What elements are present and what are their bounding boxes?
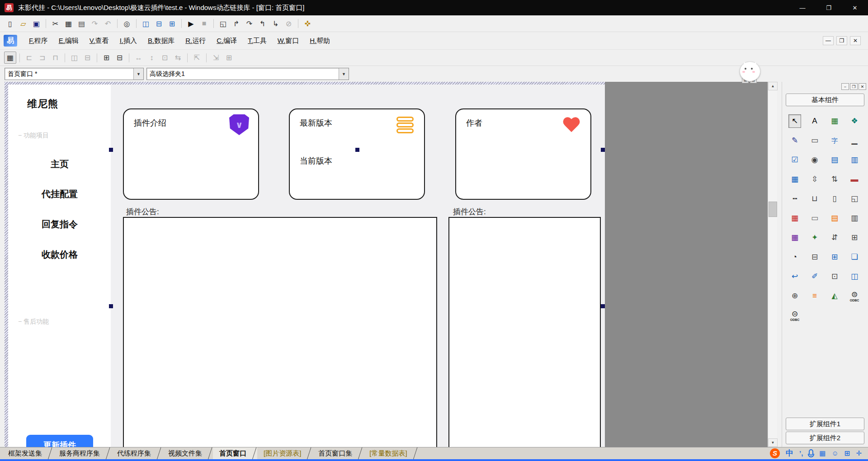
center-horizontal-button[interactable]: ◫ [68, 52, 80, 64]
db-stack-icon[interactable]: ≡ [808, 289, 821, 303]
palette-restore-button[interactable]: ❐ [850, 83, 858, 90]
resource-tab[interactable]: 框架发送集 [2, 447, 53, 459]
support-library-button[interactable]: ✜ [302, 18, 314, 30]
save-file-button[interactable]: ▣ [30, 18, 42, 30]
separator[interactable] [298, 19, 298, 28]
nav-item-price[interactable]: 收款价格 [25, 249, 94, 261]
align-left-button[interactable]: ⊏ [23, 52, 35, 64]
designed-form[interactable]: 插件介绍 ∨ 最新版本 当前版本 作者 插件公告: 插件公告: 维尼熊 [8, 85, 605, 447]
window-selector-combobox[interactable]: 首页窗口 * ▼ [5, 68, 144, 80]
mdi-restore-button[interactable]: ❐ [836, 36, 847, 45]
same-size-button[interactable]: ⊡ [159, 52, 171, 64]
menu-compile[interactable]: C.编译 [211, 34, 242, 48]
datagrid-icon[interactable]: ▦ [788, 173, 801, 186]
minimize-button[interactable]: — [789, 0, 816, 15]
separator[interactable] [181, 19, 182, 28]
sogou-logo-icon[interactable]: S [770, 448, 780, 458]
icon-group-icon[interactable]: ❖ [848, 114, 861, 128]
space-evenly-button[interactable]: ⇆ [172, 52, 184, 64]
add-component-button[interactable]: ⊞ [100, 52, 113, 64]
redo-button[interactable]: ↷ [89, 18, 101, 30]
menu-insert[interactable]: I.插入 [114, 34, 142, 48]
selection-handle[interactable] [601, 304, 605, 308]
cursor-icon[interactable]: ↖ [788, 114, 801, 128]
edit-line-icon[interactable]: ▁ [848, 134, 861, 147]
center-vertical-button[interactable]: ⊟ [81, 52, 94, 64]
font-icon[interactable]: 字 [828, 134, 841, 147]
menu-database[interactable]: B.数据库 [142, 34, 180, 48]
paste-button[interactable]: ▤ [75, 18, 88, 30]
selection-handle[interactable] [109, 148, 113, 152]
scroll-up-icon[interactable]: ▲ [768, 82, 778, 90]
split-left-button[interactable]: ◫ [140, 18, 152, 30]
close-button[interactable]: ✕ [842, 0, 868, 15]
author-card[interactable]: 作者 [455, 108, 591, 200]
scroll-down-icon[interactable]: ▼ [768, 438, 778, 447]
same-width-button[interactable]: ↔ [132, 52, 145, 64]
resource-tab[interactable]: 首页窗口集 [312, 447, 363, 459]
color-grid-icon[interactable]: ▦ [788, 212, 801, 225]
punctuation-icon[interactable]: ’, [799, 449, 803, 457]
window-copy-icon[interactable]: ❏ [848, 250, 861, 264]
separator[interactable] [206, 53, 207, 62]
window-return-icon[interactable]: ↩ [788, 270, 801, 283]
combo-table-icon[interactable]: ▤ [828, 153, 841, 167]
nav-item-config[interactable]: 代挂配置 [25, 188, 94, 200]
split-grid-button[interactable]: ⊞ [166, 18, 178, 30]
dual-window-icon[interactable]: ◫ [848, 270, 861, 283]
pen-icon[interactable]: ✎ [788, 134, 801, 147]
resource-tab[interactable]: 代练程序集 [111, 447, 162, 459]
bring-front-button[interactable]: ⇱ [191, 52, 203, 64]
odbc-icon[interactable]: ⊝ODBC [788, 309, 801, 322]
resource-tab[interactable]: [图片资源表] [257, 447, 312, 459]
chevron-down-icon[interactable]: ▼ [339, 68, 349, 80]
align-top-button[interactable]: ⊓ [49, 52, 61, 64]
window-link-icon[interactable]: ⊞ [828, 250, 841, 264]
listbox-icon[interactable]: ▥ [848, 153, 861, 167]
radio-icon[interactable]: ◉ [808, 153, 821, 167]
menu-view[interactable]: V.查看 [84, 34, 114, 48]
fit-grid-button[interactable]: ⊞ [223, 52, 235, 64]
step-over-button[interactable]: ↷ [243, 18, 255, 30]
microphone-icon[interactable] [809, 449, 813, 456]
canvas-vertical-scrollbar[interactable]: ▲ ▼ [768, 82, 777, 447]
resource-tab[interactable]: 首页窗口 [213, 447, 257, 459]
tabstrip-icon[interactable]: ⊔ [808, 192, 821, 206]
keyboard-icon[interactable]: ▦ [819, 449, 826, 457]
version-card[interactable]: 最新版本 当前版本 [289, 108, 425, 200]
picture-icon[interactable]: ▦ [828, 114, 841, 128]
spreadsheet-icon[interactable]: ▦ [788, 231, 801, 245]
menu-help[interactable]: H.帮助 [304, 34, 335, 48]
sort-icon[interactable]: ⇵ [828, 231, 841, 245]
separator[interactable] [19, 53, 20, 62]
checkbox-icon[interactable]: ☑ [788, 153, 801, 167]
hscroll-icon[interactable]: ▬ [848, 173, 861, 186]
extended-components-1-button[interactable]: 扩展组件1 [786, 418, 864, 430]
separator[interactable] [117, 19, 118, 28]
separator[interactable] [46, 19, 46, 28]
selection-handle[interactable] [601, 148, 605, 152]
groupbox-icon[interactable]: ▭ [808, 134, 821, 147]
basic-components-header[interactable]: 基本组件 [786, 94, 864, 106]
selection-handle[interactable] [109, 304, 113, 308]
db-append-icon[interactable]: ⊕ [788, 289, 801, 303]
ime-mascot-cat[interactable] [738, 59, 762, 82]
plugin-intro-card[interactable]: 插件介绍 ∨ [123, 108, 259, 200]
separator[interactable] [136, 19, 137, 28]
open-file-button[interactable]: ▱ [17, 18, 29, 30]
menu-tools[interactable]: T.工具 [242, 34, 272, 48]
step-into-button[interactable]: ↱ [230, 18, 242, 30]
restore-button[interactable]: ❐ [816, 0, 842, 15]
query-icon[interactable]: ✐ [808, 270, 821, 283]
image-frame-icon[interactable]: ◱ [848, 192, 861, 206]
resource-tab[interactable]: [常量数据表] [363, 447, 418, 459]
menu-edit[interactable]: E.编辑 [53, 34, 84, 48]
mdi-close-button[interactable]: ✕ [850, 36, 861, 45]
emoji-icon[interactable]: ☺ [832, 449, 839, 457]
select-grid-icon[interactable]: ⊡ [828, 270, 841, 283]
chevron-down-icon[interactable]: ▼ [133, 68, 143, 80]
separator[interactable] [129, 53, 129, 62]
separator[interactable] [187, 53, 188, 62]
step-out-button[interactable]: ↰ [256, 18, 269, 30]
update-plugin-button[interactable]: 更新插件 [26, 435, 93, 447]
